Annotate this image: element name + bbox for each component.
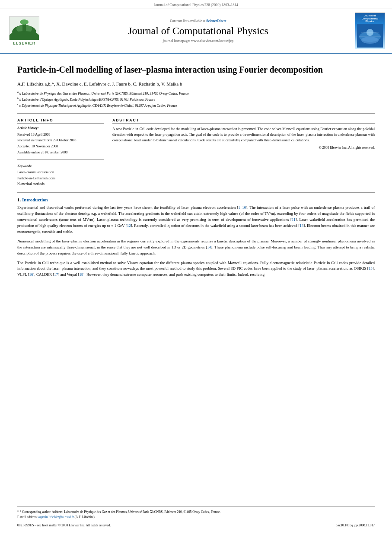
svg-point-7 <box>361 37 379 44</box>
received-revised-date: Received in revised form 23 October 2008 <box>17 137 104 143</box>
ref-14[interactable]: 14 <box>207 245 211 249</box>
article-info-abstract: ARTICLE INFO Article history: Received 1… <box>17 118 375 187</box>
received-date: Received 18 April 2008 <box>17 132 104 138</box>
intro-para-2: Numerical modelling of the laser–plasma … <box>17 239 375 257</box>
copyright-line: © 2008 Elsevier Inc. All rights reserved… <box>112 146 375 150</box>
footnote-name: (A.F. Lifschitz). <box>75 515 96 519</box>
section-introduction: 1. Introduction Experimental and theoret… <box>17 197 375 278</box>
abstract-header: ABSTRACT <box>112 118 375 124</box>
elsevier-logo-image <box>9 16 39 40</box>
intro-para-3: The Particle-in-Cell technique is a well… <box>17 260 375 278</box>
page-footer: * * Corresponding author. Address: Labor… <box>17 506 375 527</box>
ref-11[interactable]: 11 <box>292 217 296 222</box>
keyword-1: Laser–plasma acceleration <box>17 169 104 175</box>
article-history-label: Article history: <box>17 126 104 130</box>
elsevier-logo: ELSEVIER <box>7 16 41 45</box>
section-1-header: 1. Introduction <box>17 197 375 202</box>
section-1-title: Introduction <box>22 197 48 202</box>
ref-16[interactable]: 16 <box>29 272 33 277</box>
footer-divider <box>17 506 375 507</box>
svg-point-4 <box>20 19 29 25</box>
available-date: Available online 28 November 2008 <box>17 150 104 156</box>
keyword-2: Particle-in-Cell simulations <box>17 175 104 182</box>
journal-meta-bar: Journal of Computational Physics 228 (20… <box>0 0 392 9</box>
journal-thumbnail: Journal of Computational Physics <box>355 13 385 49</box>
main-content: Particle-in-Cell modelling of laser–plas… <box>0 54 392 288</box>
footer-bottom: 0021-9991/$ – see front matter © 2008 El… <box>17 523 375 527</box>
ref-1-10[interactable]: 1–10 <box>238 205 246 210</box>
affiliations: a a Laboratoire de Physique des Gaz et d… <box>17 90 375 109</box>
article-dates: Received 18 April 2008 Received in revis… <box>17 132 104 155</box>
ref-18[interactable]: 18 <box>80 272 83 277</box>
thumb-title-text: Journal of Computational Physics <box>362 14 379 23</box>
keyword-3: Numerical methods <box>17 181 104 187</box>
ref-15[interactable]: 15 <box>369 266 373 271</box>
body-divider <box>17 192 375 193</box>
header-divider <box>17 113 375 114</box>
abstract-text: A new Particle-in-Cell code developed fo… <box>112 126 375 143</box>
affil-b: b b Laboratoire d'Optique Appliquée, Eco… <box>17 96 375 102</box>
sciencedirect-link[interactable]: ScienceDirect <box>206 19 226 23</box>
intro-para-1: Experimental and theoretical works perfo… <box>17 205 375 235</box>
journal-citation: Journal of Computational Physics 228 (20… <box>154 3 238 7</box>
keywords-list: Laser–plasma acceleration Particle-in-Ce… <box>17 169 104 187</box>
footnote-email[interactable]: agustin.lifschitz@u-psud.fr <box>38 515 74 519</box>
footnote-email-label: E-mail address: <box>17 515 38 519</box>
info-divider <box>17 159 104 160</box>
affil-a: a a Laboratoire de Physique des Gaz et d… <box>17 90 375 96</box>
article-info-header: ARTICLE INFO <box>17 118 104 124</box>
journal-center: Contents lists available at ScienceDirec… <box>46 19 351 43</box>
authors-line: A.F. Lifschitz a,b,*, X. Davoine c, E. L… <box>17 80 375 88</box>
ref-17[interactable]: 17 <box>54 272 58 277</box>
ref-12[interactable]: 12 <box>127 223 131 228</box>
journal-homepage: journal homepage: www.elsevier.com/locat… <box>46 38 351 43</box>
section-1-number: 1. <box>17 197 21 202</box>
journal-header: ELSEVIER Contents lists available at Sci… <box>0 9 392 54</box>
keywords-label: Keywords: <box>17 164 104 168</box>
article-info-col: ARTICLE INFO Article history: Received 1… <box>17 118 104 187</box>
ref-13[interactable]: 13 <box>300 223 303 228</box>
footnote-corresponding: * Corresponding author. Address: Laborat… <box>20 510 221 514</box>
affil-c: c c Département de Physique Théorique et… <box>17 102 375 108</box>
article-title: Particle-in-Cell modelling of laser–plas… <box>17 64 375 75</box>
journal-title: Journal of Computational Physics <box>46 25 351 37</box>
elsevier-text: ELSEVIER <box>13 41 36 45</box>
page: Journal of Computational Physics 228 (20… <box>0 0 392 535</box>
accepted-date: Accepted 10 November 2008 <box>17 143 104 150</box>
footer-doi: doi:10.1016/j.jcp.2008.11.017 <box>336 523 375 527</box>
abstract-col: ABSTRACT A new Particle-in-Cell code dev… <box>112 118 375 187</box>
contents-line: Contents lists available at ScienceDirec… <box>46 19 351 23</box>
footnote: * * Corresponding author. Address: Labor… <box>17 510 375 520</box>
footer-issn: 0021-9991/$ – see front matter © 2008 El… <box>17 523 111 527</box>
